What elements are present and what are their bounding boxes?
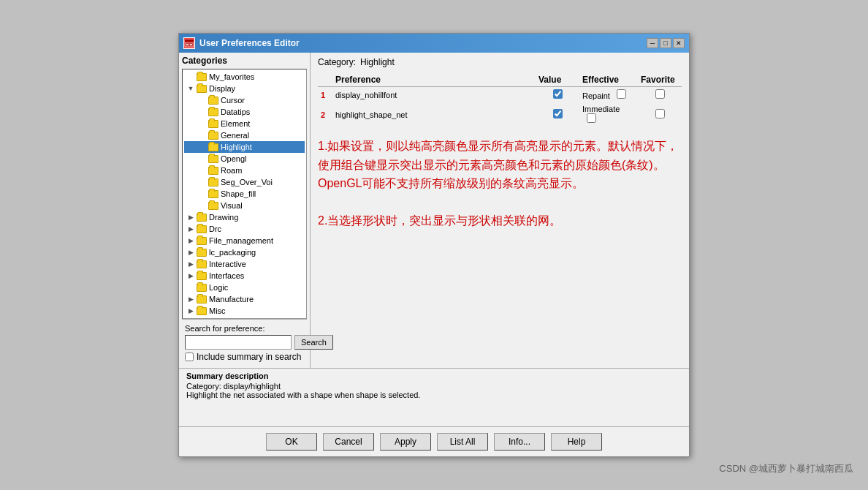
window-title: User Preferences Editor <box>199 38 647 48</box>
tree-item-misc[interactable]: ▶ Misc <box>184 305 305 317</box>
search-label: Search for preference: <box>185 324 304 333</box>
tree-item-drc[interactable]: ▶ Drc <box>184 223 305 235</box>
tree-item-interfaces[interactable]: ▶ Interfaces <box>184 270 305 282</box>
apply-button[interactable]: Apply <box>380 433 431 451</box>
effective-label-1: Repaint <box>579 87 638 103</box>
close-button[interactable]: ✕ <box>673 38 685 48</box>
expand-icon: ▶ <box>186 247 196 257</box>
minimize-button[interactable]: ─ <box>647 38 658 48</box>
value-cell-2[interactable] <box>536 102 579 127</box>
ok-button[interactable]: OK <box>266 433 317 451</box>
folder-icon <box>197 237 207 245</box>
tree-item-logic[interactable]: Logic <box>184 282 305 293</box>
info-button[interactable]: Info... <box>494 433 545 451</box>
value-cell-1[interactable] <box>536 87 579 103</box>
watermark: CSDN @城西萝卜暴打城南西瓜 <box>719 462 853 475</box>
category-row: Category: Highlight <box>318 57 682 67</box>
preference-table: Preference Value Effective Favorite 1 di… <box>318 73 682 127</box>
right-panel: Category: Highlight Preference Value Eff… <box>311 53 689 368</box>
cancel-button[interactable]: Cancel <box>323 433 374 451</box>
folder-icon <box>208 97 218 105</box>
tree-label: Display <box>209 84 235 93</box>
favorite-cell-1[interactable] <box>638 87 682 103</box>
tree-item-highlight[interactable]: Highlight <box>184 141 305 153</box>
expand-icon <box>197 200 208 211</box>
include-summary-label: Include summary in search <box>197 352 301 362</box>
folder-icon <box>208 178 218 186</box>
expand-icon <box>197 154 208 164</box>
expand-icon <box>197 189 208 199</box>
folder-icon <box>197 249 207 257</box>
folder-icon <box>197 295 207 304</box>
tree-label: lc_packaging <box>209 248 256 257</box>
tree-item-roam[interactable]: Roam <box>184 165 305 176</box>
tree-item-lc-packaging[interactable]: ▶ lc_packaging <box>184 246 305 258</box>
folder-icon <box>197 260 207 268</box>
window-controls: ─ □ ✕ <box>647 38 685 48</box>
tree-item-general[interactable]: General <box>184 129 305 141</box>
maximize-button[interactable]: □ <box>660 38 671 48</box>
tree-label: Cursor <box>221 96 245 105</box>
tree-label: Seg_Over_Voi <box>221 178 273 186</box>
tree-item-file-management[interactable]: ▶ File_management <box>184 235 305 246</box>
folder-icon <box>197 272 207 280</box>
list-all-button[interactable]: List All <box>437 433 488 451</box>
value-checkbox-2[interactable] <box>553 109 563 118</box>
include-summary-checkbox[interactable] <box>185 353 194 361</box>
tree-item-manufacture[interactable]: ▶ Manufacture <box>184 293 305 305</box>
tree-item-opengl[interactable]: Opengl <box>184 153 305 165</box>
tree-container[interactable]: My_favorites ▼ Display Cursor <box>182 69 307 319</box>
expand-icon: ▶ <box>186 235 196 246</box>
desc-line-5: 2.当选择形状时，突出显示与形状相关联的网。 <box>318 211 682 230</box>
folder-icon <box>208 120 218 128</box>
tree-label: Manufacture <box>209 295 254 304</box>
tree-item-cursor[interactable]: Cursor <box>184 94 305 106</box>
effective-checkbox-2[interactable] <box>587 113 596 123</box>
favorite-checkbox-1[interactable] <box>655 89 665 99</box>
tree-item-seg-over-voi[interactable]: Seg_Over_Voi <box>184 176 305 188</box>
effective-checkbox-1[interactable] <box>617 89 626 99</box>
expand-icon <box>197 165 208 176</box>
search-section: Search for preference: Search Include su… <box>182 319 307 365</box>
bottom-buttons: OK Cancel Apply List All Info... Help <box>179 426 689 456</box>
tree-label: Misc <box>209 306 226 315</box>
categories-label: Categories <box>182 56 307 66</box>
tree-item-datatips[interactable]: Datatips <box>184 106 305 118</box>
expand-icon <box>197 142 208 152</box>
favorite-checkbox-2[interactable] <box>655 109 665 118</box>
pref-name-1: display_nohillfont <box>332 87 536 103</box>
tree-item-interactive[interactable]: ▶ Interactive <box>184 258 305 270</box>
folder-icon <box>197 214 207 222</box>
tree-item-my-favorites[interactable]: My_favorites <box>184 71 305 83</box>
value-checkbox-1[interactable] <box>553 89 563 99</box>
top-section: Categories My_favorites ▼ Display <box>179 53 689 368</box>
col-preference-header: Preference <box>332 73 536 87</box>
favorite-cell-2[interactable] <box>638 102 682 127</box>
search-input[interactable] <box>185 335 292 350</box>
tree-item-display[interactable]: ▼ Display <box>184 83 305 94</box>
row-num-2: 2 <box>318 102 332 127</box>
pref-name-2: highlight_shape_net <box>332 102 536 127</box>
tree-item-visual[interactable]: Visual <box>184 200 305 211</box>
expand-icon <box>197 130 208 140</box>
tree-label: Opengl <box>221 154 246 163</box>
tree-item-shape-fill[interactable]: Shape_fill <box>184 188 305 200</box>
col-favorite-header: Favorite <box>638 73 682 87</box>
description-area: 1.如果设置，则以纯高亮颜色显示所有高亮显示的元素。默认情况下， 使用组合键显示… <box>318 134 682 363</box>
effective-label-2: Immediate <box>579 102 638 127</box>
tree-label: Shape_fill <box>221 189 256 198</box>
folder-icon <box>197 73 207 81</box>
folder-icon <box>208 108 218 116</box>
col-effective-header: Effective <box>579 73 638 87</box>
folder-icon <box>208 132 218 140</box>
tree-item-element[interactable]: Element <box>184 118 305 129</box>
expand-icon: ▼ <box>186 83 196 94</box>
tree-label: Interactive <box>209 260 246 268</box>
tree-item-drawing[interactable]: ▶ Drawing <box>184 211 305 223</box>
category-value: Highlight <box>360 57 395 67</box>
folder-icon <box>197 225 207 233</box>
col-num-header <box>318 73 332 87</box>
help-button[interactable]: Help <box>551 433 602 451</box>
expand-icon <box>197 107 208 117</box>
summary-description: Highlight the net associated with a shap… <box>186 391 682 399</box>
